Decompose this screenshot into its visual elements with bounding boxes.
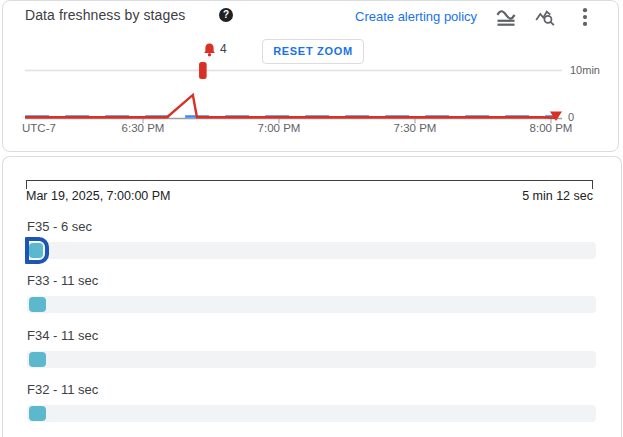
incident-marker bbox=[199, 62, 207, 79]
x-axis-label: 7:00 PM bbox=[258, 122, 301, 134]
selection-ring bbox=[25, 237, 49, 264]
stage-label: F33 - 11 sec bbox=[27, 273, 98, 288]
bracket-tick-left bbox=[26, 180, 27, 189]
tooltip-duration: 5 min 12 sec bbox=[522, 189, 593, 203]
monitoring-widget: Data freshness by stages ? Create alerti… bbox=[0, 0, 623, 437]
threshold-label: 10min bbox=[570, 64, 600, 76]
stage-bar-track bbox=[27, 351, 596, 368]
x-axis-label: 7:30 PM bbox=[394, 122, 437, 134]
stage-bar-fill bbox=[29, 352, 46, 367]
x-axis-label: 6:30 PM bbox=[122, 122, 165, 134]
x-axis-label: 8:00 PM bbox=[530, 122, 573, 134]
bracket-tick-right bbox=[592, 180, 593, 189]
tooltip-timestamp: Mar 19, 2025, 7:00:00 PM bbox=[26, 189, 171, 203]
stage-bar-track bbox=[27, 242, 596, 259]
stage-row: F35 - 6 sec bbox=[27, 219, 596, 265]
stage-row: F32 - 11 sec bbox=[27, 382, 596, 428]
stage-bar-fill bbox=[29, 406, 46, 421]
stage-label: F32 - 11 sec bbox=[27, 382, 98, 397]
stage-label: F35 - 6 sec bbox=[27, 219, 92, 234]
time-range-bracket bbox=[26, 180, 593, 181]
stage-row: F33 - 11 sec bbox=[27, 273, 596, 319]
x-axis-labels: 6:30 PM7:00 PM7:30 PM8:00 PM bbox=[0, 122, 623, 136]
stage-bar-track bbox=[27, 405, 596, 422]
stage-bar-track bbox=[27, 296, 596, 313]
stage-bar-fill bbox=[29, 297, 46, 312]
stage-label: F34 - 11 sec bbox=[27, 328, 98, 343]
stage-row: F34 - 11 sec bbox=[27, 328, 596, 374]
